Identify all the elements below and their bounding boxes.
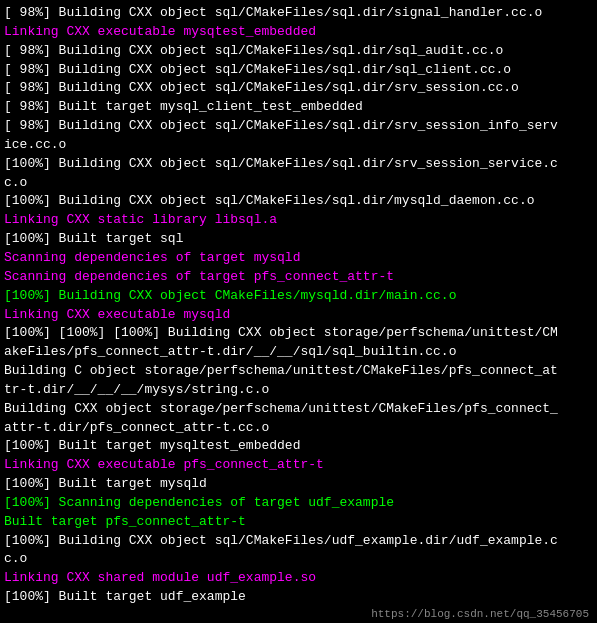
line-2: Linking CXX executable mysqtest_embedded [4, 23, 593, 42]
line-15: Scanning dependencies of target pfs_conn… [4, 268, 593, 287]
line-30: c.o [4, 550, 593, 569]
line-14: Scanning dependencies of target mysqld [4, 249, 593, 268]
line-24: [100%] Built target mysqltest_embedded [4, 437, 593, 456]
line-5: [ 98%] Building CXX object sql/CMakeFile… [4, 79, 593, 98]
line-28: Built target pfs_connect_attr-t [4, 513, 593, 532]
line-32: [100%] Built target udf_example [4, 588, 593, 607]
line-27: [100%] Scanning dependencies of target u… [4, 494, 593, 513]
line-7: [ 98%] Building CXX object sql/CMakeFile… [4, 117, 593, 136]
line-10: c.o [4, 174, 593, 193]
line-3: [ 98%] Building CXX object sql/CMakeFile… [4, 42, 593, 61]
line-4: [ 98%] Building CXX object sql/CMakeFile… [4, 61, 593, 80]
line-16: [100%] Building CXX object CMakeFiles/my… [4, 287, 593, 306]
line-26: [100%] Built target mysqld [4, 475, 593, 494]
line-22: Building CXX object storage/perfschema/u… [4, 400, 593, 419]
line-1: [ 98%] Building CXX object sql/CMakeFile… [4, 4, 593, 23]
line-19: akeFiles/pfs_connect_attr-t.dir/__/__/sq… [4, 343, 593, 362]
watermark-text: https://blog.csdn.net/qq_35456705 [371, 607, 589, 623]
line-31: Linking CXX shared module udf_example.so [4, 569, 593, 588]
line-23: attr-t.dir/pfs_connect_attr-t.cc.o [4, 419, 593, 438]
line-25: Linking CXX executable pfs_connect_attr-… [4, 456, 593, 475]
line-13: [100%] Built target sql [4, 230, 593, 249]
line-8: ice.cc.o [4, 136, 593, 155]
line-17: Linking CXX executable mysqld [4, 306, 593, 325]
line-12: Linking CXX static library libsql.a [4, 211, 593, 230]
terminal: [ 98%] Building CXX object sql/CMakeFile… [0, 0, 597, 623]
line-20: Building C object storage/perfschema/uni… [4, 362, 593, 381]
line-21: tr-t.dir/__/__/__/mysys/string.c.o [4, 381, 593, 400]
line-9: [100%] Building CXX object sql/CMakeFile… [4, 155, 593, 174]
line-6: [ 98%] Built target mysql_client_test_em… [4, 98, 593, 117]
watermark-line: https://blog.csdn.net/qq_35456705 [4, 607, 593, 623]
line-11: [100%] Building CXX object sql/CMakeFile… [4, 192, 593, 211]
line-18: [100%] [100%] [100%] Building CXX object… [4, 324, 593, 343]
line-29: [100%] Building CXX object sql/CMakeFile… [4, 532, 593, 551]
